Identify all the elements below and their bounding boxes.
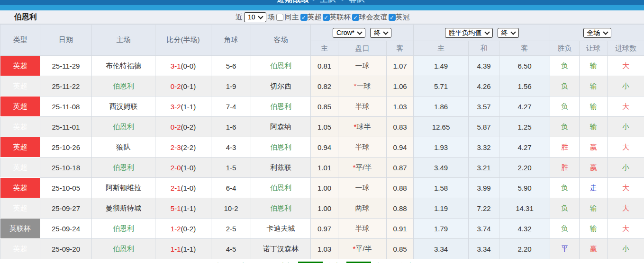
avg-home-odds: 1.49 <box>414 56 469 76</box>
tab-recent-results[interactable]: 近期战绩 <box>277 0 309 3</box>
away-team[interactable]: 伯恩利 <box>251 178 311 198</box>
fulltime-score: 2-1 <box>171 184 181 192</box>
away-team[interactable]: 利兹联 <box>251 158 311 178</box>
subheader-goals: 进球数 <box>608 41 644 56</box>
recent-count-value: 10 <box>248 13 255 21</box>
chevron-down-icon <box>258 14 263 19</box>
away-team[interactable]: 伯恩利 <box>251 198 311 219</box>
table-row: 英超25-11-08西汉姆联3-2(1-1)7-4伯恩利0.85半球1.031.… <box>0 96 644 117</box>
handicap-time-value: 终 <box>374 29 381 37</box>
games-label: 场 <box>268 13 275 22</box>
stat-badge: 20% <box>298 262 323 263</box>
home-team[interactable]: 伯恩利 <box>92 76 155 96</box>
odds-time-select[interactable]: 终 <box>498 28 519 38</box>
match-date: 25-11-08 <box>40 96 92 117</box>
table-row: 英超25-10-05阿斯顿维拉2-1(1-0)6-4伯恩利1.00一球0.881… <box>0 178 644 198</box>
handicap-home-odds: 1.00 <box>311 178 338 198</box>
corners: 4-5 <box>211 239 251 259</box>
handicap-line: 两球 <box>338 198 387 219</box>
handicap-changed-star: * <box>354 123 357 131</box>
home-team[interactable]: 伯恩利 <box>92 239 155 259</box>
avg-home-odds: 5.71 <box>414 76 469 96</box>
league-checkbox-label: 英联杯 <box>330 13 351 22</box>
result-outcome: 负 <box>550 178 580 198</box>
avg-home-odds: 12.65 <box>414 117 469 137</box>
handicap-line: 一球 <box>338 178 387 198</box>
home-team[interactable]: 伯恩利 <box>92 158 155 178</box>
handicap-away-odds: 0.88 <box>387 198 414 219</box>
col-header-date: 日期 <box>40 25 92 56</box>
avg-away-odds: 2.20 <box>499 158 550 178</box>
away-team[interactable]: 伯恩利 <box>251 56 311 76</box>
tab-客队[interactable]: 客队 <box>349 0 365 3</box>
fulltime-score: 3-1 <box>171 62 181 70</box>
halftime-score: (1-0) <box>181 164 196 172</box>
home-team[interactable]: 阿斯顿维拉 <box>92 178 155 198</box>
league-checkbox-group: ✓英超✓英联杯✓球会友谊✓英冠 <box>300 13 411 22</box>
home-team[interactable]: 布伦特福德 <box>92 56 155 76</box>
result-outcome: 负 <box>550 96 580 117</box>
halftime-score: (0-0) <box>181 62 196 70</box>
score-halftime: 0-2(0-2) <box>155 117 211 137</box>
recent-count-select[interactable]: 10 <box>244 12 266 22</box>
home-team[interactable]: 狼队 <box>92 137 155 158</box>
same-home-checkbox[interactable] <box>276 14 283 21</box>
result-handicap: 赢 <box>580 239 608 259</box>
score-halftime: 2-0(1-0) <box>155 158 211 178</box>
handicap-changed-star: * <box>353 163 355 171</box>
table-row: 英超25-09-20伯恩利1-1(1-1)4-5诺丁汉森林1.03*平/半0.8… <box>0 239 644 259</box>
result-handicap: 输 <box>580 76 608 96</box>
away-team[interactable]: 切尔西 <box>251 76 311 96</box>
score-halftime: 1-1(1-1) <box>155 239 211 259</box>
league-checkbox-label: 球会友谊 <box>359 13 388 22</box>
tab-主队[interactable]: 主队 <box>320 0 336 3</box>
home-team[interactable]: 伯恩利 <box>92 117 155 137</box>
handicap-line: *球半 <box>338 117 387 137</box>
bookmaker-select[interactable]: Crow* <box>333 28 365 38</box>
league-checkbox-英超[interactable]: ✓ <box>300 14 308 21</box>
odds-time-value: 终 <box>501 29 508 37</box>
halftime-score: (1-0) <box>181 184 196 192</box>
home-team[interactable]: 伯恩利 <box>92 219 155 239</box>
away-team[interactable]: 阿森纳 <box>251 117 311 137</box>
halftime-score: (0-2) <box>181 225 196 233</box>
result-scope-select[interactable]: 全场 <box>583 28 611 38</box>
away-team[interactable]: 伯恩利 <box>251 96 311 117</box>
league-checkbox-英联杯[interactable]: ✓ <box>323 14 330 21</box>
away-team[interactable]: 卡迪夫城 <box>251 219 311 239</box>
result-goals: 大 <box>608 178 644 198</box>
subheader-odds-away: 客 <box>499 41 550 56</box>
avg-away-odds: 14.31 <box>499 198 550 219</box>
odds-source-select[interactable]: 胜平负均值 <box>445 28 493 38</box>
handicap-away-odds: 1.03 <box>387 96 414 117</box>
result-outcome: 平 <box>550 239 580 259</box>
table-row: 英超25-09-27曼彻斯特城5-1(1-1)10-2伯恩利1.00两球0.88… <box>0 198 644 219</box>
table-row: 英联杯25-09-24伯恩利1-2(0-2)2-5卡迪夫城0.97半球0.911… <box>0 219 644 239</box>
avg-draw-odds: 7.22 <box>469 198 499 219</box>
subheader-odds-home: 主 <box>414 41 469 56</box>
same-home-label: 同主 <box>285 13 299 22</box>
avg-draw-odds: 4.39 <box>469 56 499 76</box>
home-team[interactable]: 西汉姆联 <box>92 96 155 117</box>
league-checkbox-英冠[interactable]: ✓ <box>389 14 396 21</box>
corners: 10-2 <box>211 198 251 219</box>
league-checkbox-球会友谊[interactable]: ✓ <box>352 14 359 21</box>
fulltime-score: 1-2 <box>171 225 181 233</box>
home-team[interactable]: 曼彻斯特城 <box>92 198 155 219</box>
match-date: 25-09-24 <box>40 219 92 239</box>
away-team[interactable]: 诺丁汉森林 <box>251 239 311 259</box>
result-goals: 小 <box>608 239 644 259</box>
league-badge: 英超 <box>0 96 40 117</box>
col-header-type: 类型 <box>0 25 40 56</box>
col-header-corners: 角球 <box>211 25 251 56</box>
handicap-time-select[interactable]: 终 <box>370 28 391 38</box>
filter-controls: 近 10 场 同主 ✓英超✓英联杯✓球会友谊✓英冠 <box>236 11 412 23</box>
page-title-team: 伯恩利 <box>14 12 37 22</box>
fulltime-score: 0-2 <box>171 82 181 90</box>
away-team[interactable]: 伯恩利 <box>251 137 311 158</box>
handicap-home-odds: 0.94 <box>311 137 338 158</box>
league-checkbox-label: 英冠 <box>396 13 410 22</box>
avg-home-odds: 3.49 <box>414 158 469 178</box>
result-goals: 大 <box>608 56 644 76</box>
chevron-down-icon <box>484 29 490 35</box>
